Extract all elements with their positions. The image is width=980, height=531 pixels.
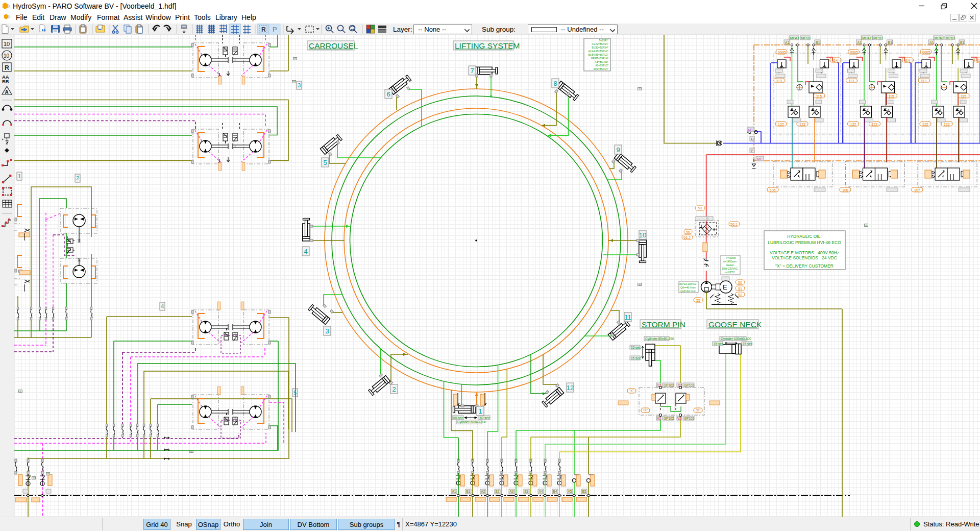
svg-text:MP: MP — [757, 157, 763, 161]
svg-text:VOLTAGE SOLENOIDS : 24 VDC: VOLTAGE SOLENOIDS : 24 VDC — [772, 255, 837, 260]
svg-text:10: 10 — [639, 231, 646, 239]
svg-text:122: 122 — [778, 123, 784, 126]
svg-text:Qth=46 l/min: Qth=46 l/min — [680, 286, 696, 289]
svg-text:107: 107 — [914, 188, 920, 192]
svg-text:R: R — [5, 64, 9, 71]
svg-text:51: 51 — [738, 287, 742, 291]
svg-text:GP102: GP102 — [684, 383, 695, 387]
svg-text:113: 113 — [776, 79, 782, 83]
svg-text:50: 50 — [738, 281, 742, 284]
svg-text:Layer:: Layer: — [393, 26, 412, 33]
svg-text:56.2: 56.2 — [683, 236, 691, 239]
svg-text:5: 5 — [323, 159, 327, 166]
svg-text:A1: A1 — [785, 41, 790, 44]
svg-text:HYDRAULIC OIL:: HYDRAULIC OIL: — [787, 234, 822, 239]
svg-text:E: E — [723, 283, 727, 291]
svg-text:B3,B4,B5=BSP1/2": B3,B4,B5=BSP1/2" — [589, 54, 609, 56]
svg-text:15 sec: 15 sec — [714, 342, 724, 346]
svg-text:V2: V2 — [677, 417, 681, 420]
svg-text:A5: A5 — [568, 490, 572, 493]
svg-text:52: 52 — [738, 293, 742, 297]
svg-text:1: 1 — [478, 407, 482, 415]
svg-text:115: 115 — [816, 94, 822, 98]
svg-text:Cylinder 100x60-400: Cylinder 100x60-400 — [721, 337, 751, 341]
svg-text:BB: BB — [2, 79, 9, 84]
svg-text:4: 4 — [304, 248, 307, 255]
svg-text:58: 58 — [698, 206, 702, 210]
svg-text:B1: B1 — [816, 41, 820, 44]
svg-text:114: 114 — [832, 59, 838, 62]
svg-text:5: 5 — [293, 390, 297, 396]
svg-text:15 sec: 15 sec — [631, 356, 641, 360]
svg-text:GOOSE NECK: GOOSE NECK — [708, 320, 762, 329]
svg-text:60 sec: 60 sec — [480, 416, 490, 420]
svg-text:"X" = DELIVERY CUSTOMER: "X" = DELIVERY CUSTOMER — [775, 263, 834, 269]
svg-text:MA1=BSP1/4": MA1=BSP1/4" — [594, 68, 609, 70]
svg-text:11: 11 — [624, 313, 631, 321]
svg-text:GP102: GP102 — [684, 417, 695, 420]
svg-text:CARROUSEL: CARROUSEL — [309, 41, 358, 50]
svg-text:A1=BSP1/2": A1=BSP1/2" — [595, 64, 608, 67]
svg-text:"X": "X" — [696, 408, 701, 412]
svg-text:B3: B3 — [525, 490, 529, 493]
svg-text:B1: B1 — [467, 490, 471, 493]
svg-text:7: 7 — [470, 67, 474, 75]
svg-text:R: R — [261, 26, 266, 33]
svg-text:"X": "X" — [643, 408, 648, 412]
svg-text:U: U — [751, 137, 754, 141]
svg-text:dp=32.1cc/rev.: dp=32.1cc/rev. — [679, 282, 697, 285]
svg-text:A: A — [5, 89, 9, 95]
svg-text:B4: B4 — [553, 490, 557, 493]
svg-text:123: 123 — [799, 123, 805, 126]
svg-text:incl.PTC: incl.PTC — [725, 271, 735, 274]
svg-text:MPA1: MPA1 — [790, 36, 800, 40]
svg-text:B5: B5 — [582, 490, 586, 493]
svg-text:56: 56 — [686, 230, 690, 234]
svg-text:T=BSP1": T=BSP1" — [599, 39, 608, 42]
svg-text:n=1450rpm: n=1450rpm — [723, 260, 737, 263]
svg-text:10: 10 — [4, 41, 10, 47]
svg-text:3: 3 — [298, 82, 301, 88]
svg-text:STORM PIN: STORM PIN — [642, 320, 685, 329]
svg-text:Cylinder 60x40-300: Cylinder 60x40-300 — [457, 420, 486, 424]
svg-text:+: + — [2, 138, 4, 141]
svg-text:LIFTING SYSTEM: LIFTING SYSTEM — [455, 41, 520, 50]
svg-text:1: 1 — [18, 173, 21, 179]
svg-text:P: P — [273, 26, 277, 33]
svg-text:A,B=BSP3/8": A,B=BSP3/8" — [595, 61, 609, 63]
svg-text:4: 4 — [161, 303, 164, 309]
svg-text:50W-230VAC: 50W-230VAC — [722, 267, 738, 270]
svg-text:15 sec: 15 sec — [743, 342, 753, 346]
svg-text:8: 8 — [553, 80, 557, 87]
svg-text:A1,A2=BSP3/4": A1,A2=BSP3/4" — [592, 43, 609, 45]
svg-text:A3: A3 — [510, 490, 514, 493]
svg-text:LUBRILOGIC PREMIUM HVI-46 ECO: LUBRILOGIC PREMIUM HVI-46 ECO — [768, 240, 841, 245]
svg-text:106: 106 — [842, 188, 848, 192]
svg-text:VOLTAGE E-MOTORS : 400V-50Hz: VOLTAGE E-MOTORS : 400V-50Hz — [770, 250, 839, 255]
svg-text:A3,A4,A5=BSP1/2": A3,A4,A5=BSP1/2" — [589, 50, 609, 53]
svg-text:P: P — [751, 149, 754, 153]
svg-text:A1: A1 — [452, 490, 456, 493]
svg-text:Sub group:: Sub group: — [482, 26, 516, 33]
svg-text:56.1: 56.1 — [730, 223, 738, 226]
svg-text:12: 12 — [567, 384, 574, 392]
svg-text:B1,B2=BSP3/4": B1,B2=BSP3/4" — [592, 46, 609, 49]
svg-text:Heater:: Heater: — [726, 263, 734, 267]
svg-text:3: 3 — [325, 327, 329, 335]
svg-text:2: 2 — [76, 175, 79, 181]
svg-text:106: 106 — [770, 188, 776, 192]
svg-text:Cylinder 80x50-250: Cylinder 80x50-250 — [645, 337, 674, 341]
svg-text:0005: 0005 — [778, 51, 786, 54]
svg-text:10: 10 — [4, 53, 10, 59]
svg-text:15 sec: 15 sec — [631, 346, 641, 349]
svg-text:MP,MT=BSP1/4": MP,MT=BSP1/4" — [591, 57, 608, 60]
svg-text:GP102: GP102 — [664, 417, 674, 420]
svg-text:9: 9 — [616, 146, 620, 154]
svg-text:60 sec: 60 sec — [453, 416, 463, 420]
svg-text:P=30kW: P=30kW — [726, 256, 736, 259]
svg-text:M1: M1 — [748, 128, 753, 132]
svg-text:V1: V1 — [657, 417, 661, 420]
svg-text:GP102: GP102 — [664, 383, 674, 387]
svg-text:55: 55 — [696, 299, 700, 302]
svg-text:2: 2 — [392, 385, 396, 393]
